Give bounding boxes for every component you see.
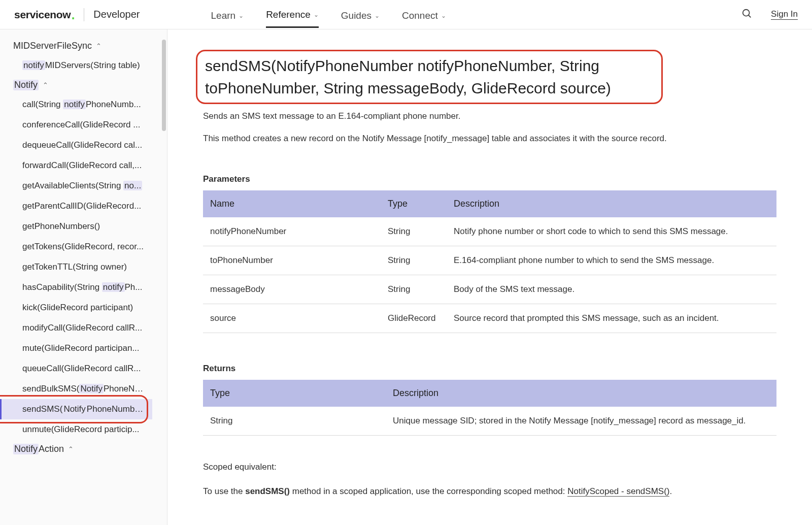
sidebar-item[interactable]: getTokens(GlideRecord, recor... xyxy=(0,237,152,257)
scoped-equivalent-text: To use the sendSMS() method in a scoped … xyxy=(203,486,776,497)
nav-learn[interactable]: Learn⌄ xyxy=(211,1,244,28)
table-row: sourceGlideRecordSource record that prom… xyxy=(203,304,776,333)
table-row: messageBodyStringBody of the SMS text me… xyxy=(203,275,776,304)
sidebar-item[interactable]: queueCall(GlideRecord callR... xyxy=(0,358,152,379)
scrollbar[interactable] xyxy=(162,40,166,131)
chevron-up-icon: ⌃ xyxy=(43,81,48,89)
scoped-equivalent-label: Scoped equivalent: xyxy=(203,462,776,472)
svg-line-1 xyxy=(749,15,751,17)
search-icon[interactable] xyxy=(741,8,753,21)
sidebar: MIDServerFileSync ⌃ notifyMIDServers(Str… xyxy=(0,29,167,525)
sidebar-item[interactable]: call(String notifyPhoneNumb... xyxy=(0,94,152,115)
top-bar: servicenow. Developer Learn⌄ Reference⌄ … xyxy=(0,0,812,29)
sidebar-item[interactable]: getParentCallID(GlideRecord... xyxy=(0,196,152,216)
sidebar-item[interactable]: unmute(GlideRecord particip... xyxy=(0,419,152,440)
sidebar-group-midserverfilesync[interactable]: MIDServerFileSync ⌃ xyxy=(0,37,167,55)
brand-text: servicenow xyxy=(14,9,71,21)
highlight-annotation xyxy=(196,50,663,104)
returns-table: Type Description StringUnique message SI… xyxy=(203,380,776,436)
sidebar-item[interactable]: forwardCall(GlideRecord call,... xyxy=(0,155,152,176)
chevron-down-icon: ⌄ xyxy=(239,12,244,19)
sidebar-item[interactable]: sendSMS(NotifyPhoneNumbe... xyxy=(0,399,152,419)
description-text: This method creates a new record on the … xyxy=(203,134,776,144)
sidebar-item[interactable]: mute(GlideRecord participan... xyxy=(0,338,152,358)
returns-heading: Returns xyxy=(203,364,776,374)
sidebar-item[interactable]: kick(GlideRecord participant) xyxy=(0,298,152,318)
th-type: Type xyxy=(381,190,447,217)
sidebar-item[interactable]: getAvailableClients(String no... xyxy=(0,176,152,196)
sidebar-group-notify[interactable]: Notify ⌃ xyxy=(0,76,167,94)
table-row: toPhoneNumberStringE.164-compliant phone… xyxy=(203,246,776,275)
th-name: Name xyxy=(203,190,381,217)
brand-logo[interactable]: servicenow. xyxy=(14,9,75,21)
parameters-heading: Parameters xyxy=(203,174,776,184)
nav-connect[interactable]: Connect⌄ xyxy=(402,1,446,28)
portal-name[interactable]: Developer xyxy=(93,9,140,20)
sidebar-item[interactable]: notifyMIDServers(String table) xyxy=(0,55,152,76)
nav-guides[interactable]: Guides⌄ xyxy=(341,1,380,28)
chevron-up-icon: ⌃ xyxy=(96,42,101,50)
sidebar-group-notifyaction[interactable]: NotifyAction ⌃ xyxy=(0,440,167,458)
table-row: notifyPhoneNumberStringNotify phone numb… xyxy=(203,217,776,246)
chevron-down-icon: ⌄ xyxy=(441,12,446,19)
svg-point-0 xyxy=(743,9,750,16)
th-desc: Description xyxy=(386,380,776,407)
chevron-down-icon: ⌄ xyxy=(314,11,319,18)
sidebar-item[interactable]: modifyCall(GlideRecord callR... xyxy=(0,318,152,338)
sign-in-link[interactable]: Sign In xyxy=(771,9,798,20)
sidebar-item[interactable]: sendBulkSMS(NotifyPhoneNu... xyxy=(0,379,152,399)
sidebar-item[interactable]: dequeueCall(GlideRecord cal... xyxy=(0,135,152,155)
th-desc: Description xyxy=(447,190,776,217)
divider xyxy=(84,8,84,21)
th-type: Type xyxy=(203,380,386,407)
chevron-up-icon: ⌃ xyxy=(68,445,74,453)
table-row: StringUnique message SID; stored in the … xyxy=(203,407,776,436)
lead-text: Sends an SMS text message to an E.164-co… xyxy=(203,111,776,121)
sidebar-item[interactable]: getPhoneNumbers() xyxy=(0,216,152,237)
parameters-table: Name Type Description notifyPhoneNumberS… xyxy=(203,190,776,333)
nav-reference[interactable]: Reference⌄ xyxy=(266,1,319,28)
chevron-down-icon: ⌄ xyxy=(375,12,380,19)
main-content: sendSMS(NotifyPhoneNumber notifyPhoneNum… xyxy=(167,29,812,525)
scoped-link[interactable]: NotifyScoped - sendSMS() xyxy=(567,486,669,497)
sidebar-item[interactable]: getTokenTTL(String owner) xyxy=(0,257,152,277)
sidebar-item[interactable]: hasCapability(String notifyPh... xyxy=(0,277,152,298)
sidebar-item[interactable]: conferenceCall(GlideRecord ... xyxy=(0,115,152,135)
nav-menu: Learn⌄ Reference⌄ Guides⌄ Connect⌄ xyxy=(211,1,446,28)
